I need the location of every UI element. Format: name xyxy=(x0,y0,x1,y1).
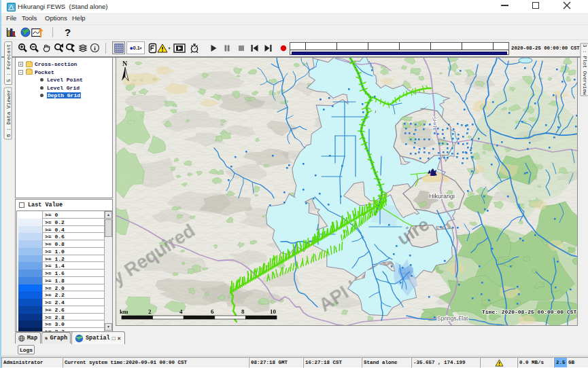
svg-text:Hikurangi: Hikurangi xyxy=(429,193,455,200)
svg-text:6: 6 xyxy=(211,308,214,315)
svg-text:8: 8 xyxy=(241,308,245,315)
svg-text:2: 2 xyxy=(148,308,152,315)
svg-text:i: i xyxy=(94,45,96,52)
svg-text:4: 4 xyxy=(179,308,183,315)
svg-text:Time: 2020-08-25 00:00:00 CST: Time: 2020-08-25 00:00:00 CST xyxy=(482,309,576,315)
svg-text:N: N xyxy=(122,60,128,67)
svg-text:km: km xyxy=(120,308,128,315)
svg-text:10: 10 xyxy=(270,308,277,315)
svg-text:Springs Flat: Springs Flat xyxy=(437,315,468,322)
